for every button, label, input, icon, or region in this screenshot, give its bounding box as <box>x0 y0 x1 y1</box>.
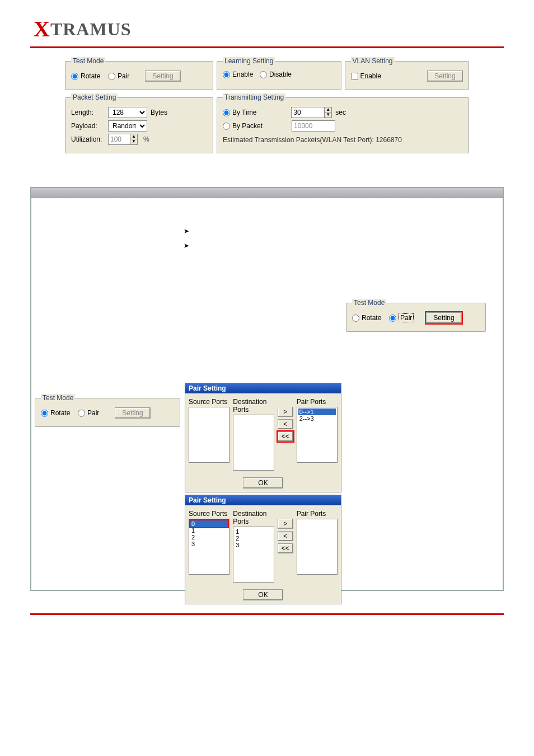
bullet-stack <box>184 227 496 250</box>
list-item[interactable]: 2 <box>190 534 228 541</box>
tmbr-setting-button[interactable]: Setting <box>426 312 462 323</box>
transmit-legend: Transmitting Setting <box>223 93 285 101</box>
list-item[interactable]: 1 <box>190 527 228 534</box>
list-item[interactable]: 2 <box>235 535 272 542</box>
vlan-setting-button[interactable]: Setting <box>427 71 463 82</box>
vlan-enable-label: Enable <box>360 72 381 80</box>
list-item[interactable]: 3 <box>235 542 272 548</box>
vlan-enable-check[interactable]: Enable <box>351 72 385 80</box>
page-header: XTRAMUS <box>0 0 534 46</box>
pair2-pairs-head: Pair Ports <box>297 509 338 519</box>
brand-x: X <box>34 16 50 41</box>
brand-rest: TRAMUS <box>50 19 132 39</box>
estimated-text: Estimated Transmission Packets(WLAN Test… <box>223 136 463 144</box>
list-item[interactable]: 0-->1 <box>298 408 336 415</box>
transmit-fieldset: Transmitting Setting By Time ▲▼ sec By P… <box>217 93 469 153</box>
packet-legend: Packet Setting <box>71 93 118 101</box>
length-label: Length: <box>71 109 105 116</box>
pair-label: Pair <box>118 72 129 80</box>
tmbl-pair-label: Pair <box>87 409 99 417</box>
pair1-gt-button[interactable]: > <box>278 407 293 417</box>
learning-disable-radio[interactable]: Disable <box>260 71 293 78</box>
learning-legend: Learning Setting <box>223 57 275 65</box>
learning-disable-label: Disable <box>269 71 292 78</box>
panel-titlebar <box>31 188 503 198</box>
bytime-arrows-icon[interactable]: ▲▼ <box>325 107 332 118</box>
bytime-spinner[interactable]: ▲▼ <box>291 107 332 118</box>
learn-vlan-row: Learning Setting Enable Disable VLAN Set… <box>217 57 469 90</box>
tmbr-pair-label: Pair <box>399 313 414 322</box>
tmbl-rotate-radio[interactable]: Rotate <box>41 409 74 417</box>
brand-logo: XTRAMUS <box>34 19 132 39</box>
tmbl-pair-radio[interactable]: Pair <box>78 409 111 417</box>
testmode-setting-button[interactable]: Setting <box>145 71 181 82</box>
testmode-br-fieldset: Test Mode Rotate Pair Setting <box>346 299 486 332</box>
utilization-label: Utilization: <box>71 135 105 143</box>
bytime-radio[interactable]: By Time <box>223 109 256 116</box>
testmode-bl-fieldset: Test Mode Rotate Pair Setting <box>35 394 180 427</box>
list-item[interactable]: 1 <box>235 528 272 535</box>
pair-dialog-2: Pair Setting Source Ports 0 1 2 3 Destin… <box>185 495 341 604</box>
footer-divider <box>30 613 504 615</box>
pair2-src-list[interactable]: 0 1 2 3 <box>189 519 229 575</box>
learning-enable-radio[interactable]: Enable <box>223 71 256 78</box>
bytime-unit: sec <box>335 109 346 116</box>
pair2-ok-button[interactable]: OK <box>243 589 283 600</box>
pair1-title: Pair Setting <box>185 383 341 393</box>
bullet-2 <box>184 242 496 250</box>
pair-radio-input <box>108 73 115 80</box>
payload-label: Payload: <box>71 122 105 130</box>
utilization-spinner[interactable]: ▲▼ <box>108 134 138 145</box>
pair1-pairs-list[interactable]: 0-->1 2-->3 <box>297 407 338 463</box>
pair2-ltlt-button[interactable]: << <box>278 543 293 553</box>
bypacket-value[interactable] <box>292 120 335 132</box>
panel-body: Test Mode Rotate Pair Setting Test Mode … <box>31 198 503 590</box>
utilization-value[interactable] <box>108 134 130 145</box>
pair1-pairs-head: Pair Ports <box>297 397 338 407</box>
tmbr-pair-radio[interactable]: Pair <box>389 313 423 322</box>
pair2-pairs-list[interactable] <box>297 519 338 575</box>
learning-enable-label: Enable <box>232 71 253 78</box>
pair2-title: Pair Setting <box>185 495 341 505</box>
rotate-label: Rotate <box>81 72 100 80</box>
pair2-src-head: Source Ports <box>189 509 229 519</box>
tmbl-setting-button[interactable]: Setting <box>115 407 151 419</box>
header-divider <box>30 46 504 48</box>
bypacket-radio[interactable]: By Packet <box>223 122 263 130</box>
list-item[interactable]: 3 <box>190 541 228 547</box>
vlan-legend: VLAN Setting <box>351 57 395 65</box>
tmbr-rotate-label: Rotate <box>362 314 381 322</box>
testmode-legend: Test Mode <box>71 57 105 65</box>
utilization-unit: % <box>143 135 149 143</box>
pair-radio[interactable]: Pair <box>108 72 142 80</box>
bypacket-label: By Packet <box>232 122 263 130</box>
spinner-arrows-icon[interactable]: ▲▼ <box>130 134 138 145</box>
bullet-1 <box>184 227 496 235</box>
pair2-lt-button[interactable]: < <box>278 531 293 541</box>
list-item[interactable]: 0 <box>190 520 228 527</box>
testmode-bl-legend: Test Mode <box>41 394 75 402</box>
tmbr-rotate-radio[interactable]: Rotate <box>352 314 386 322</box>
rotate-radio[interactable]: Rotate <box>71 72 105 80</box>
pair2-dst-head: Destination Ports <box>233 509 274 527</box>
pair1-ok-button[interactable]: OK <box>243 477 283 489</box>
pair2-gt-button[interactable]: > <box>278 519 293 529</box>
payload-select[interactable]: Random <box>108 120 147 132</box>
testmode-fieldset: Test Mode Rotate Pair Setting <box>65 57 213 90</box>
pair2-dst-list[interactable]: 1 2 3 <box>233 527 274 583</box>
pair-dialog-1: Pair Setting Source Ports Destination Po… <box>185 383 341 492</box>
bytime-value[interactable] <box>291 107 325 118</box>
tmbl-rotate-label: Rotate <box>50 409 70 417</box>
lower-panel: Test Mode Rotate Pair Setting Test Mode … <box>30 187 504 591</box>
pair1-lt-button[interactable]: < <box>278 419 293 429</box>
packet-fieldset: Packet Setting Length: 128 Bytes Payload… <box>65 93 213 153</box>
length-select[interactable]: 128 <box>108 107 147 118</box>
list-item[interactable]: 2-->3 <box>298 415 336 422</box>
learning-fieldset: Learning Setting Enable Disable <box>217 57 341 90</box>
testmode-br-legend: Test Mode <box>352 299 386 307</box>
top-grid: Test Mode Rotate Pair Setting Learning S… <box>65 57 469 153</box>
pair1-src-list[interactable] <box>189 407 229 463</box>
pair1-dst-list[interactable] <box>233 415 274 471</box>
rotate-radio-input <box>71 73 78 80</box>
pair1-ltlt-button[interactable]: << <box>278 431 293 442</box>
